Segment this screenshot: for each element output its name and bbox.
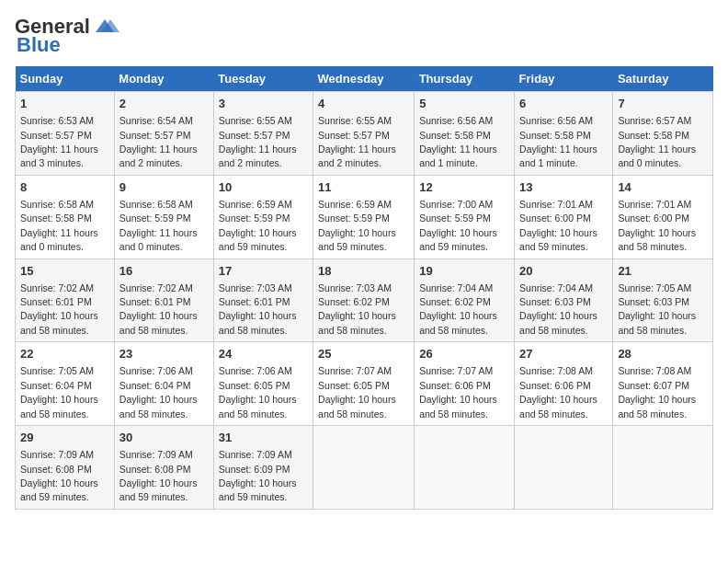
calendar-cell: 8Sunrise: 6:58 AMSunset: 5:58 PMDaylight… bbox=[16, 175, 115, 259]
day-info: Sunrise: 7:09 AMSunset: 6:08 PMDaylight:… bbox=[20, 449, 98, 502]
day-info: Sunrise: 7:00 AMSunset: 5:59 PMDaylight:… bbox=[419, 199, 497, 252]
day-info: Sunrise: 7:05 AMSunset: 6:04 PMDaylight:… bbox=[20, 365, 98, 419]
calendar-cell: 23Sunrise: 7:06 AMSunset: 6:04 PMDayligh… bbox=[114, 342, 213, 426]
calendar-cell: 31Sunrise: 7:09 AMSunset: 6:09 PMDayligh… bbox=[213, 426, 313, 510]
day-info: Sunrise: 6:55 AMSunset: 5:57 PMDaylight:… bbox=[318, 115, 396, 168]
day-number: 1 bbox=[20, 96, 109, 112]
day-number: 27 bbox=[519, 346, 608, 362]
calendar-cell: 7Sunrise: 6:57 AMSunset: 5:58 PMDaylight… bbox=[613, 92, 713, 176]
day-number: 29 bbox=[20, 430, 109, 446]
col-header-tuesday: Tuesday bbox=[213, 66, 313, 92]
day-info: Sunrise: 6:58 AMSunset: 5:58 PMDaylight:… bbox=[20, 199, 98, 252]
day-number: 3 bbox=[219, 96, 308, 112]
day-info: Sunrise: 6:59 AMSunset: 5:59 PMDaylight:… bbox=[318, 199, 396, 252]
day-number: 25 bbox=[318, 346, 409, 362]
calendar-cell: 20Sunrise: 7:04 AMSunset: 6:03 PMDayligh… bbox=[515, 259, 613, 342]
day-number: 23 bbox=[119, 346, 209, 362]
calendar-cell bbox=[613, 426, 713, 510]
col-header-friday: Friday bbox=[515, 66, 613, 92]
day-info: Sunrise: 7:01 AMSunset: 6:00 PMDaylight:… bbox=[519, 199, 597, 252]
day-number: 15 bbox=[20, 263, 109, 280]
week-row-2: 8Sunrise: 6:58 AMSunset: 5:58 PMDaylight… bbox=[16, 175, 713, 259]
day-info: Sunrise: 7:07 AMSunset: 6:06 PMDaylight:… bbox=[419, 365, 497, 419]
calendar-cell: 29Sunrise: 7:09 AMSunset: 6:08 PMDayligh… bbox=[16, 426, 115, 510]
day-info: Sunrise: 7:01 AMSunset: 6:00 PMDaylight:… bbox=[618, 199, 696, 252]
calendar-cell bbox=[415, 426, 515, 510]
day-number: 4 bbox=[318, 96, 409, 112]
day-info: Sunrise: 6:59 AMSunset: 5:59 PMDaylight:… bbox=[219, 199, 297, 252]
day-info: Sunrise: 6:56 AMSunset: 5:58 PMDaylight:… bbox=[519, 115, 597, 168]
day-number: 9 bbox=[119, 179, 209, 196]
day-info: Sunrise: 6:54 AMSunset: 5:57 PMDaylight:… bbox=[119, 115, 198, 168]
day-number: 18 bbox=[318, 263, 409, 280]
day-info: Sunrise: 7:08 AMSunset: 6:06 PMDaylight:… bbox=[519, 365, 597, 419]
day-info: Sunrise: 6:57 AMSunset: 5:58 PMDaylight:… bbox=[618, 115, 696, 168]
day-info: Sunrise: 7:09 AMSunset: 6:08 PMDaylight:… bbox=[119, 449, 198, 502]
day-info: Sunrise: 7:02 AMSunset: 6:01 PMDaylight:… bbox=[119, 282, 198, 336]
calendar-cell: 12Sunrise: 7:00 AMSunset: 5:59 PMDayligh… bbox=[415, 175, 515, 259]
calendar-cell: 18Sunrise: 7:03 AMSunset: 6:02 PMDayligh… bbox=[313, 259, 415, 342]
calendar-cell: 22Sunrise: 7:05 AMSunset: 6:04 PMDayligh… bbox=[16, 342, 115, 426]
week-row-1: 1Sunrise: 6:53 AMSunset: 5:57 PMDaylight… bbox=[16, 92, 713, 176]
day-number: 12 bbox=[419, 179, 509, 196]
day-number: 16 bbox=[119, 263, 209, 280]
day-number: 8 bbox=[20, 179, 109, 196]
day-info: Sunrise: 7:07 AMSunset: 6:05 PMDaylight:… bbox=[318, 365, 396, 419]
day-number: 17 bbox=[219, 263, 308, 280]
calendar-cell: 28Sunrise: 7:08 AMSunset: 6:07 PMDayligh… bbox=[613, 342, 713, 426]
day-number: 26 bbox=[419, 346, 509, 362]
calendar-cell: 11Sunrise: 6:59 AMSunset: 5:59 PMDayligh… bbox=[313, 175, 415, 259]
day-number: 30 bbox=[119, 430, 209, 446]
col-header-monday: Monday bbox=[114, 66, 213, 92]
calendar-cell: 26Sunrise: 7:07 AMSunset: 6:06 PMDayligh… bbox=[415, 342, 515, 426]
calendar-cell bbox=[515, 426, 613, 510]
day-number: 31 bbox=[219, 430, 308, 446]
day-info: Sunrise: 7:03 AMSunset: 6:01 PMDaylight:… bbox=[219, 282, 297, 336]
col-header-thursday: Thursday bbox=[415, 66, 515, 92]
day-number: 24 bbox=[219, 346, 308, 362]
day-number: 13 bbox=[519, 179, 608, 196]
day-number: 21 bbox=[618, 263, 708, 280]
day-number: 28 bbox=[618, 346, 708, 362]
day-info: Sunrise: 7:05 AMSunset: 6:03 PMDaylight:… bbox=[618, 282, 696, 336]
week-row-4: 22Sunrise: 7:05 AMSunset: 6:04 PMDayligh… bbox=[16, 342, 713, 426]
day-number: 14 bbox=[618, 179, 708, 196]
calendar-cell: 3Sunrise: 6:55 AMSunset: 5:57 PMDaylight… bbox=[213, 92, 313, 176]
day-number: 5 bbox=[419, 96, 509, 112]
calendar-cell: 2Sunrise: 6:54 AMSunset: 5:57 PMDaylight… bbox=[114, 92, 213, 176]
logo-blue: Blue bbox=[17, 33, 61, 57]
day-info: Sunrise: 7:06 AMSunset: 6:04 PMDaylight:… bbox=[119, 365, 198, 419]
day-number: 22 bbox=[20, 346, 109, 362]
logo: General Blue bbox=[15, 15, 119, 57]
calendar-cell: 30Sunrise: 7:09 AMSunset: 6:08 PMDayligh… bbox=[114, 426, 213, 510]
day-info: Sunrise: 7:02 AMSunset: 6:01 PMDaylight:… bbox=[20, 282, 98, 336]
day-info: Sunrise: 7:06 AMSunset: 6:05 PMDaylight:… bbox=[219, 365, 297, 419]
day-number: 19 bbox=[419, 263, 509, 280]
page-header: General Blue bbox=[15, 15, 713, 57]
day-number: 11 bbox=[318, 179, 409, 196]
calendar-cell: 6Sunrise: 6:56 AMSunset: 5:58 PMDaylight… bbox=[515, 92, 613, 176]
day-number: 7 bbox=[618, 96, 708, 112]
day-info: Sunrise: 7:08 AMSunset: 6:07 PMDaylight:… bbox=[618, 365, 696, 419]
logo-icon bbox=[92, 16, 119, 36]
day-info: Sunrise: 6:56 AMSunset: 5:58 PMDaylight:… bbox=[419, 115, 497, 168]
calendar-cell: 15Sunrise: 7:02 AMSunset: 6:01 PMDayligh… bbox=[16, 259, 115, 342]
calendar-cell: 16Sunrise: 7:02 AMSunset: 6:01 PMDayligh… bbox=[114, 259, 213, 342]
calendar-cell: 17Sunrise: 7:03 AMSunset: 6:01 PMDayligh… bbox=[213, 259, 313, 342]
col-header-saturday: Saturday bbox=[613, 66, 713, 92]
calendar-cell: 9Sunrise: 6:58 AMSunset: 5:59 PMDaylight… bbox=[114, 175, 213, 259]
calendar-cell: 25Sunrise: 7:07 AMSunset: 6:05 PMDayligh… bbox=[313, 342, 415, 426]
calendar-cell: 4Sunrise: 6:55 AMSunset: 5:57 PMDaylight… bbox=[313, 92, 415, 176]
calendar-cell: 21Sunrise: 7:05 AMSunset: 6:03 PMDayligh… bbox=[613, 259, 713, 342]
day-number: 2 bbox=[119, 96, 209, 112]
calendar-cell: 24Sunrise: 7:06 AMSunset: 6:05 PMDayligh… bbox=[213, 342, 313, 426]
day-info: Sunrise: 6:58 AMSunset: 5:59 PMDaylight:… bbox=[119, 199, 198, 252]
col-header-wednesday: Wednesday bbox=[313, 66, 415, 92]
day-number: 10 bbox=[219, 179, 308, 196]
header-row: SundayMondayTuesdayWednesdayThursdayFrid… bbox=[16, 66, 713, 92]
calendar-cell bbox=[313, 426, 415, 510]
week-row-3: 15Sunrise: 7:02 AMSunset: 6:01 PMDayligh… bbox=[16, 259, 713, 342]
calendar-cell: 10Sunrise: 6:59 AMSunset: 5:59 PMDayligh… bbox=[213, 175, 313, 259]
calendar-cell: 19Sunrise: 7:04 AMSunset: 6:02 PMDayligh… bbox=[415, 259, 515, 342]
day-info: Sunrise: 6:53 AMSunset: 5:57 PMDaylight:… bbox=[20, 115, 98, 168]
